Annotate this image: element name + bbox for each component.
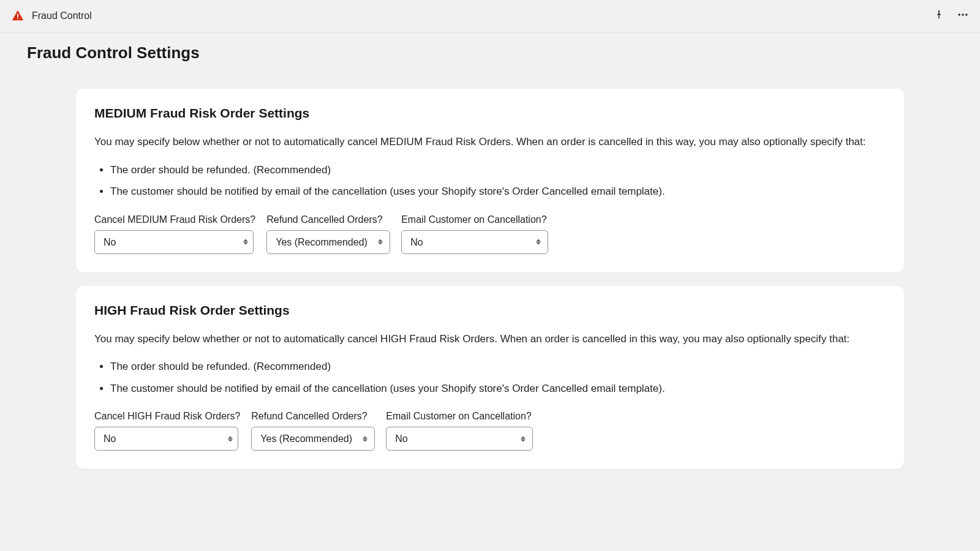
svg-point-2 xyxy=(959,13,960,15)
select-wrap: Yes (Recommended) xyxy=(251,427,375,451)
medium-cancel-group: Cancel MEDIUM Fraud Risk Orders? No xyxy=(94,214,255,254)
app-name: Fraud Control xyxy=(32,10,92,21)
medium-refund-group: Refund Cancelled Orders? Yes (Recommende… xyxy=(266,214,390,254)
medium-card-description: You may specify below whether or not to … xyxy=(94,134,886,150)
top-bar-left: Fraud Control xyxy=(11,9,92,23)
select-label: Refund Cancelled Orders? xyxy=(251,411,375,422)
select-label: Refund Cancelled Orders? xyxy=(266,214,390,225)
svg-point-4 xyxy=(965,13,967,15)
high-bullet-list: The order should be refunded. (Recommend… xyxy=(94,359,886,396)
content-area: MEDIUM Fraud Risk Order Settings You may… xyxy=(0,77,980,501)
top-bar-right xyxy=(933,9,969,23)
select-label: Email Customer on Cancellation? xyxy=(401,214,548,225)
top-bar: Fraud Control xyxy=(0,0,980,32)
list-item: The customer should be notified by email… xyxy=(110,184,886,200)
medium-email-select[interactable]: No xyxy=(401,230,548,254)
high-email-select[interactable]: No xyxy=(386,427,533,451)
high-risk-card: HIGH Fraud Risk Order Settings You may s… xyxy=(76,286,904,470)
select-wrap: No xyxy=(94,427,240,451)
high-card-description: You may specify below whether or not to … xyxy=(94,331,886,347)
alert-triangle-icon xyxy=(11,9,24,23)
more-horizontal-icon[interactable] xyxy=(957,9,969,23)
list-item: The customer should be notified by email… xyxy=(110,381,886,397)
high-cancel-group: Cancel HIGH Fraud Risk Orders? No xyxy=(94,411,240,451)
medium-refund-select[interactable]: Yes (Recommended) xyxy=(266,230,390,254)
select-wrap: No xyxy=(94,230,255,254)
page-title: Fraud Control Settings xyxy=(27,43,953,62)
select-label: Cancel MEDIUM Fraud Risk Orders? xyxy=(94,214,255,225)
svg-point-3 xyxy=(962,13,963,15)
pin-icon[interactable] xyxy=(933,9,944,23)
medium-card-title: MEDIUM Fraud Risk Order Settings xyxy=(94,106,886,121)
medium-risk-card: MEDIUM Fraud Risk Order Settings You may… xyxy=(76,89,904,272)
medium-bullet-list: The order should be refunded. (Recommend… xyxy=(94,162,886,200)
select-wrap: Yes (Recommended) xyxy=(266,230,390,254)
high-cancel-select[interactable]: No xyxy=(94,427,238,451)
high-email-group: Email Customer on Cancellation? No xyxy=(386,411,533,451)
medium-cancel-select[interactable]: No xyxy=(94,230,254,254)
select-label: Email Customer on Cancellation? xyxy=(386,411,533,422)
list-item: The order should be refunded. (Recommend… xyxy=(110,359,886,375)
select-wrap: No xyxy=(386,427,533,451)
page-header: Fraud Control Settings xyxy=(0,32,980,77)
high-select-row: Cancel HIGH Fraud Risk Orders? No Refund… xyxy=(94,411,886,451)
list-item: The order should be refunded. (Recommend… xyxy=(110,162,886,178)
svg-rect-0 xyxy=(17,13,18,17)
select-wrap: No xyxy=(401,230,548,254)
medium-select-row: Cancel MEDIUM Fraud Risk Orders? No Refu… xyxy=(94,214,886,254)
high-refund-select[interactable]: Yes (Recommended) xyxy=(251,427,375,451)
medium-email-group: Email Customer on Cancellation? No xyxy=(401,214,548,254)
svg-rect-1 xyxy=(17,18,18,19)
high-card-title: HIGH Fraud Risk Order Settings xyxy=(94,303,886,318)
select-label: Cancel HIGH Fraud Risk Orders? xyxy=(94,411,240,422)
high-refund-group: Refund Cancelled Orders? Yes (Recommende… xyxy=(251,411,375,451)
